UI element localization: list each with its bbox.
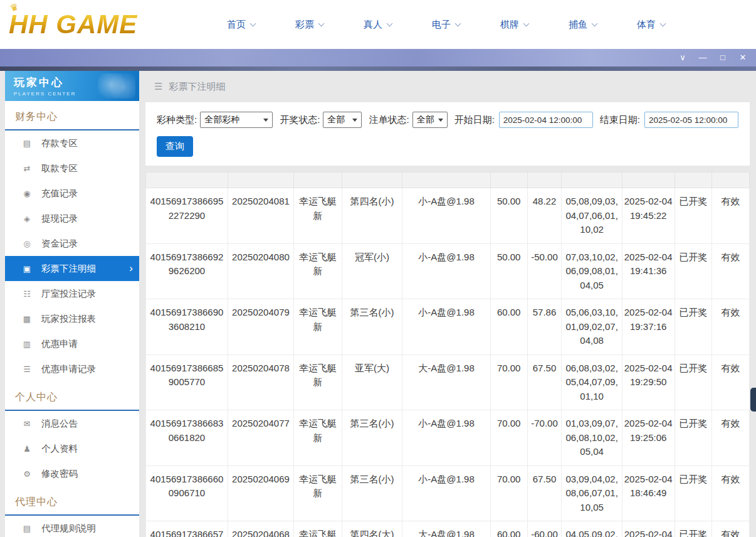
sidebar-item[interactable]: ✉ 消息公告 › <box>5 411 139 436</box>
search-button[interactable]: 查询 <box>157 136 193 157</box>
cell-bet-amount: 70.00 <box>490 354 527 410</box>
section-heading-agent: 代理中心 <box>5 486 139 516</box>
draw-status-select[interactable]: 全部 <box>323 112 362 128</box>
cell-play-type: 第三名(小) <box>342 410 402 466</box>
nav-item-label: 真人 <box>364 19 382 31</box>
sidebar-item[interactable]: ⇄ 取款专区 › <box>5 156 139 181</box>
sidebar-item-label: 提现记录 <box>41 213 78 225</box>
nav-item-label: 彩票 <box>295 19 314 31</box>
cell-draw-result: 06,08,03,02,05,04,07,09,01,10 <box>562 354 622 410</box>
minimize-icon[interactable]: — <box>697 49 708 66</box>
sidebar-item[interactable]: ⚙ 修改密码 › <box>5 461 139 486</box>
close-icon[interactable]: ✕ <box>737 49 748 66</box>
funds-record-icon: ◎ <box>22 239 32 248</box>
cell-bet-amount: 50.00 <box>490 243 527 299</box>
sidebar-item[interactable]: ▣ 彩票下注明细 › <box>5 256 139 281</box>
chevron-down-icon <box>352 119 357 122</box>
nav-item-label: 体育 <box>637 19 656 31</box>
sidebar-item[interactable]: ◎ 资金记录 › <box>5 231 139 256</box>
chevron-down-icon[interactable]: ∨ <box>677 49 688 66</box>
sidebar-item-label: 优惠申请记录 <box>41 363 96 375</box>
agent-rule-icon: ▤ <box>22 524 32 533</box>
floating-widget-tab[interactable] <box>750 388 756 412</box>
table-header-row <box>146 173 750 188</box>
cell-order-id: 401569173866859005770 <box>146 354 228 410</box>
cell-draw-status: 已开奖 <box>675 243 712 299</box>
sidebar-item[interactable]: ▥ 优惠申请 › <box>5 331 139 356</box>
sidebar-item[interactable]: ▤ 存款专区 › <box>5 130 139 156</box>
sidebar-item[interactable]: ♟ 个人资料 › <box>5 436 139 461</box>
cell-order-status: 有效 <box>712 243 750 299</box>
logo-text: HH GAME <box>9 9 137 40</box>
app-window: ♛ HH GAME 首页 彩票 真人 电子 棋牌 <box>0 0 756 537</box>
nav-item[interactable]: 体育 <box>637 19 665 31</box>
nav-item[interactable]: 真人 <box>364 19 392 31</box>
cell-bet-amount: 60.00 <box>490 299 527 355</box>
cell-lottery-name: 幸运飞艇新 <box>293 299 342 355</box>
cell-period: 20250204069 <box>228 465 293 521</box>
cell-order-id: 401569173866574561830 <box>146 521 228 537</box>
nav-item-label: 电子 <box>432 19 451 31</box>
cell-lottery-name: 幸运飞艇新 <box>293 410 342 466</box>
chevron-down-icon <box>523 20 530 26</box>
sidebar-item[interactable]: ☰ 优惠申请记录 › <box>5 356 139 381</box>
player-report-icon: ▦ <box>22 314 32 324</box>
cell-lottery-name: 幸运飞艇新 <box>293 354 342 410</box>
lottery-type-select[interactable]: 全部彩种 <box>200 112 273 128</box>
sidebar-item[interactable]: ☷ 厅室投注记录 › <box>5 281 139 306</box>
order-status-label: 注单状态: <box>369 114 409 126</box>
user-icon: ♟ <box>22 444 32 454</box>
cell-draw-status: 已开奖 <box>675 521 712 537</box>
titlebar-shadow-strip <box>0 66 756 71</box>
cell-bet-time: 2025-02-04 19:37:16 <box>622 299 675 355</box>
main-nav: 首页 彩票 真人 电子 棋牌 捕鱼 体育 <box>227 19 665 31</box>
maximize-icon[interactable]: □ <box>717 49 728 66</box>
cell-order-status: 有效 <box>712 410 750 466</box>
nav-item-label: 捕鱼 <box>569 19 587 31</box>
cell-bet-info: 小-A盘@1.98 <box>402 299 491 355</box>
cell-play-type: 第三名(小) <box>342 299 402 355</box>
nav-item[interactable]: 首页 <box>227 19 255 31</box>
table-row: 401569173866952272290 20250204081 幸运飞艇新 … <box>146 188 750 244</box>
cell-period: 20250204081 <box>228 188 293 244</box>
cell-bet-info: 小-A盘@1.98 <box>402 410 491 466</box>
cell-order-status: 有效 <box>712 299 750 355</box>
cell-bet-amount: 70.00 <box>490 465 527 521</box>
sidebar-item[interactable]: ▦ 玩家投注报表 › <box>5 306 139 331</box>
nav-item[interactable]: 捕鱼 <box>569 19 597 31</box>
start-date-input[interactable] <box>499 112 593 128</box>
cell-play-type: 第三名(小) <box>342 465 402 521</box>
lottery-type-label: 彩种类型: <box>157 114 197 126</box>
cell-order-id: 401569173866952272290 <box>146 188 228 244</box>
cell-bet-time: 2025-02-04 19:41:36 <box>622 243 675 299</box>
hall-record-icon: ☷ <box>22 289 32 299</box>
nav-item[interactable]: 彩票 <box>295 19 323 31</box>
cell-period: 20250204078 <box>228 354 293 410</box>
cell-period: 20250204077 <box>228 410 293 466</box>
table-header-cell <box>675 173 712 188</box>
sidebar-item[interactable]: ◈ 提现记录 › <box>5 206 139 231</box>
site-header: ♛ HH GAME 首页 彩票 真人 电子 棋牌 <box>0 0 756 49</box>
chevron-down-icon <box>263 119 268 122</box>
hamburger-icon[interactable]: ☰ <box>154 81 162 92</box>
cell-draw-result: 05,08,09,03,04,07,06,01,10,02 <box>562 188 622 244</box>
sidebar-item[interactable]: ▤ 代理规则说明 › <box>5 516 139 537</box>
sidebar-item-label: 彩票下注明细 <box>41 263 96 275</box>
order-status-select[interactable]: 全部 <box>412 112 448 128</box>
sidebar: 玩家中心 PLAYERS CENTER 财务中心 ▤ 存款专区 › ⇄ 取款专区… <box>5 71 139 537</box>
cell-win-loss: -50.00 <box>527 243 562 299</box>
nav-item[interactable]: 电子 <box>432 19 460 31</box>
end-date-label: 结束日期: <box>600 114 640 126</box>
chevron-down-icon <box>660 20 666 26</box>
nav-item[interactable]: 棋牌 <box>500 19 528 31</box>
end-date-input[interactable] <box>644 112 738 128</box>
sidebar-header: 玩家中心 PLAYERS CENTER <box>5 71 139 101</box>
sidebar-section-finance: 财务中心 ▤ 存款专区 › ⇄ 取款专区 › ◉ 充值记录 › ◈ <box>5 101 139 381</box>
table-header-cell <box>228 173 293 188</box>
cell-lottery-name: 幸运飞艇新 <box>293 243 342 299</box>
cell-draw-status: 已开奖 <box>675 465 712 521</box>
recharge-record-icon: ◉ <box>22 189 32 198</box>
cell-play-type: 冠军(小) <box>342 243 402 299</box>
cell-draw-status: 已开奖 <box>675 299 712 355</box>
sidebar-item[interactable]: ◉ 充值记录 › <box>5 181 139 206</box>
